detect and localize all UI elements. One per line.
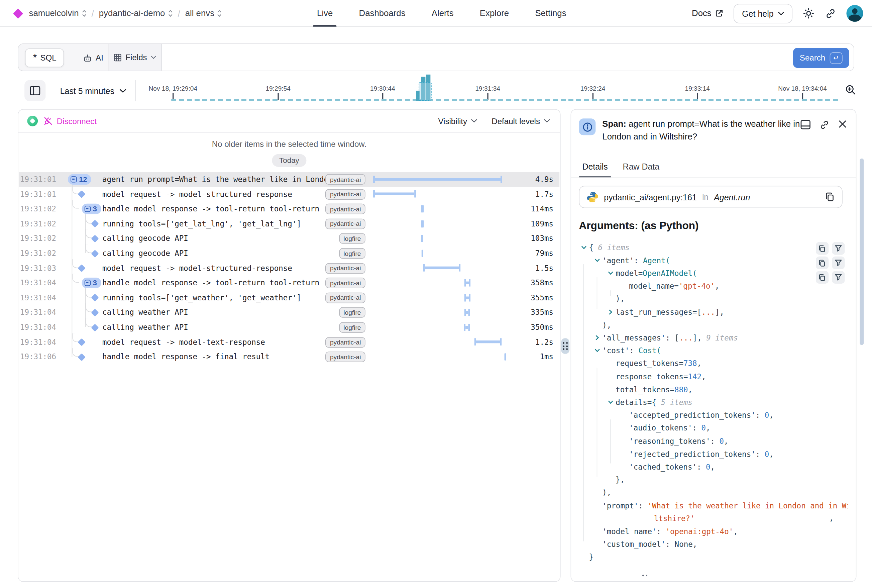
collapse-caret-icon[interactable]: [608, 399, 614, 405]
collapse-caret-icon[interactable]: [595, 348, 600, 354]
docs-label: Docs: [692, 8, 712, 18]
trace-row-timestamp: 19:31:03: [20, 261, 56, 275]
expand-caret-icon[interactable]: [595, 335, 600, 340]
docs-link[interactable]: Docs: [692, 8, 724, 18]
nav-item-live[interactable]: Live: [317, 0, 333, 27]
trace-row[interactable]: 19:31:04running tools=['get_weather', 'g…: [19, 290, 560, 305]
search-input[interactable]: [162, 44, 788, 70]
copy-icon[interactable]: [825, 192, 835, 202]
code-segment: 'accepted_prediction_tokens':: [629, 411, 765, 420]
filter-funnel-icon[interactable]: [832, 242, 845, 255]
code-segment: 0: [719, 436, 724, 446]
collapse-badge[interactable]: 12: [68, 174, 91, 184]
trace-row[interactable]: 19:31:02running tools=['get_lat_lng', 'g…: [19, 216, 560, 231]
code-segment: ,: [715, 282, 719, 291]
filter-funnel-icon[interactable]: [832, 271, 845, 284]
nav-item-alerts[interactable]: Alerts: [432, 0, 454, 27]
copy-icon[interactable]: [816, 271, 829, 284]
theme-toggle-sun-icon[interactable]: [802, 8, 815, 20]
tree-elbow: [72, 274, 79, 283]
copy-link-icon[interactable]: [819, 120, 830, 130]
empty-window-message: No older items in the selected time wind…: [18, 140, 560, 148]
chevron-updown-icon: [82, 9, 87, 17]
trace-row[interactable]: 19:31:04calling weather APIlogfire350ms: [19, 320, 560, 334]
copy-icon[interactable]: [816, 242, 829, 255]
today-chip[interactable]: Today: [272, 154, 306, 167]
breadcrumb-env[interactable]: all envs: [185, 8, 222, 18]
span-header-actions: [800, 120, 847, 130]
nav-item-settings[interactable]: Settings: [535, 0, 566, 27]
copy-icon[interactable]: [816, 256, 829, 269]
trace-row[interactable]: 19:31:06handle model response -> final r…: [19, 350, 560, 364]
nav-item-explore[interactable]: Explore: [480, 0, 509, 27]
ai-mode-button[interactable]: AI: [83, 48, 103, 68]
trace-row[interactable]: 19:31:01model request -> model-structure…: [19, 187, 560, 201]
sidebar-toggle-button[interactable]: [24, 80, 45, 101]
indent-guide: [597, 277, 598, 309]
collapse-caret-icon[interactable]: [595, 258, 600, 263]
get-help-button[interactable]: Get help: [734, 4, 793, 23]
filter-funnel-icon[interactable]: [832, 256, 845, 269]
close-icon[interactable]: [838, 120, 847, 129]
info-badge: [579, 118, 595, 135]
breadcrumb-org[interactable]: samuelcolvin: [29, 8, 86, 18]
tab-details[interactable]: Details: [582, 162, 608, 177]
share-link-icon[interactable]: [825, 8, 836, 19]
fields-button[interactable]: Fields: [108, 44, 162, 70]
trace-row[interactable]: 19:31:023handle model response -> tool-r…: [19, 201, 560, 216]
trace-row[interactable]: 19:31:02calling geocode APIlogfire79ms: [19, 246, 560, 261]
search-button[interactable]: Search ↵: [793, 48, 849, 68]
user-avatar[interactable]: [846, 5, 863, 22]
trace-row[interactable]: 19:31:0112agent run prompt=What is the w…: [19, 172, 560, 187]
search-bar: Fields * SQL AI Search ↵: [18, 44, 854, 71]
sql-mode-button[interactable]: * SQL: [25, 48, 64, 68]
code-line: ),: [616, 292, 625, 306]
panel-left-icon: [29, 86, 40, 96]
nav-item-dashboards[interactable]: Dashboards: [359, 0, 406, 27]
code-segment: {: [589, 243, 598, 252]
trace-row[interactable]: 19:31:03model request -> model-structure…: [19, 261, 560, 275]
logfire-logo-icon[interactable]: [13, 8, 23, 19]
tree-elbow: [72, 185, 79, 194]
panel-resize-handle[interactable]: [561, 338, 569, 354]
timeline-tick-label: 19:29:54: [265, 85, 290, 92]
trace-row[interactable]: 19:31:02calling geocode APIlogfire103ms: [19, 231, 560, 246]
code-line: },: [616, 473, 625, 486]
indent-guide: [610, 419, 611, 464]
collapse-caret-icon[interactable]: [581, 244, 587, 250]
span-duration-bar: [505, 353, 506, 360]
collapse-caret-icon[interactable]: [608, 270, 614, 276]
code-segment: },: [616, 475, 625, 484]
source-function: Agent.run: [714, 192, 750, 202]
timeline-selection[interactable]: [419, 82, 432, 100]
default-levels-dropdown[interactable]: Default levels: [491, 116, 550, 125]
trace-row-label: running tools=['get_lat_lng', 'get_lat_l…: [102, 216, 326, 231]
trace-row-timestamp: 19:31:06: [20, 350, 56, 364]
disconnect-button[interactable]: Disconnect: [43, 116, 97, 126]
source-file[interactable]: pydantic_ai/agent.py:161: [604, 192, 697, 202]
span-detail-panel: Span: agent run prompt=What is the weath…: [571, 109, 857, 582]
code-segment: ltshire?': [654, 514, 695, 523]
code-segment: ],: [715, 308, 724, 316]
span-duration-bar: [464, 309, 470, 316]
chevron-down-icon: [151, 56, 156, 59]
code-segment: ),: [602, 488, 611, 497]
dock-panel-icon[interactable]: [800, 120, 811, 130]
sql-asterisk-icon: *: [33, 55, 37, 61]
enter-key-icon: ↵: [830, 52, 843, 64]
code-line: 'cached_tokens': 0,: [629, 460, 715, 473]
collapse-badge[interactable]: 3: [82, 204, 101, 214]
breadcrumb-project[interactable]: pydantic-ai-demo: [99, 8, 173, 18]
time-range-selector[interactable]: Last 5 minutes: [60, 78, 126, 104]
trace-row[interactable]: 19:31:04calling weather APIlogfire335ms: [19, 305, 560, 320]
collapse-badge[interactable]: 3: [82, 278, 101, 288]
expand-caret-icon[interactable]: [608, 309, 614, 315]
tab-raw-data[interactable]: Raw Data: [623, 162, 660, 177]
window-scrollbar[interactable]: [860, 159, 863, 345]
indent-guide: [583, 264, 584, 541]
visibility-dropdown[interactable]: Visibility: [438, 116, 477, 125]
trace-row[interactable]: 19:31:043handle model response -> tool-r…: [19, 276, 560, 290]
trace-row[interactable]: 19:31:04model request -> model-text-resp…: [19, 335, 560, 350]
span-duration-bar: [464, 279, 470, 286]
zoom-in-icon[interactable]: [845, 84, 856, 96]
